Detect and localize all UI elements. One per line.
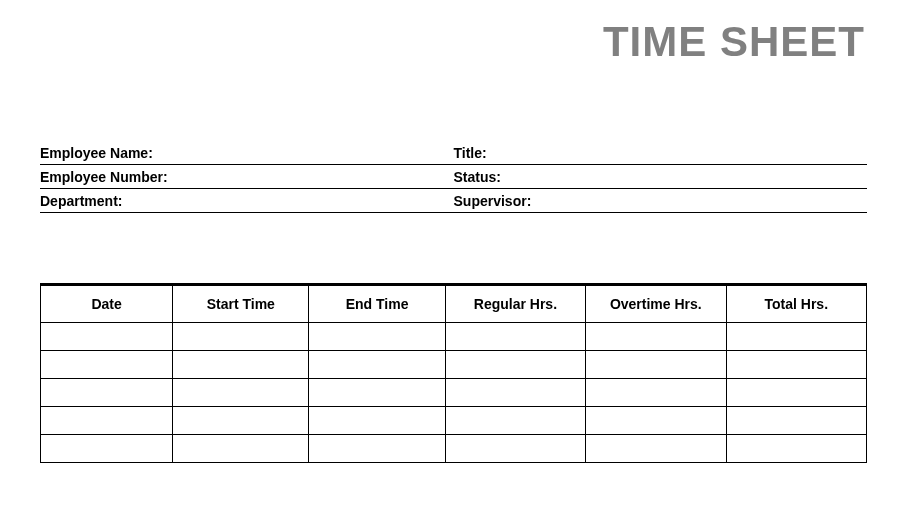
cell-total-hrs <box>726 407 866 435</box>
document-title: TIME SHEET <box>40 18 865 66</box>
cell-total-hrs <box>726 323 866 351</box>
table-row <box>41 323 867 351</box>
cell-end-time <box>309 379 445 407</box>
cell-date <box>41 323 173 351</box>
cell-overtime-hrs <box>586 323 726 351</box>
cell-start-time <box>173 323 309 351</box>
cell-regular-hrs <box>445 435 585 463</box>
table-row <box>41 435 867 463</box>
cell-total-hrs <box>726 351 866 379</box>
cell-start-time <box>173 351 309 379</box>
header-date: Date <box>41 285 173 323</box>
employee-info-section: Employee Name: Title: Employee Number: S… <box>40 141 867 213</box>
info-row: Department: Supervisor: <box>40 189 867 213</box>
status-label: Status: <box>454 169 868 185</box>
cell-date <box>41 435 173 463</box>
cell-overtime-hrs <box>586 351 726 379</box>
table-row <box>41 379 867 407</box>
supervisor-label: Supervisor: <box>454 193 868 209</box>
header-total-hrs: Total Hrs. <box>726 285 866 323</box>
cell-end-time <box>309 407 445 435</box>
employee-name-label: Employee Name: <box>40 145 454 161</box>
header-overtime-hrs: Overtime Hrs. <box>586 285 726 323</box>
department-label: Department: <box>40 193 454 209</box>
cell-date <box>41 407 173 435</box>
cell-end-time <box>309 435 445 463</box>
header-end-time: End Time <box>309 285 445 323</box>
cell-start-time <box>173 379 309 407</box>
cell-end-time <box>309 323 445 351</box>
header-regular-hrs: Regular Hrs. <box>445 285 585 323</box>
title-label: Title: <box>454 145 868 161</box>
cell-regular-hrs <box>445 379 585 407</box>
cell-overtime-hrs <box>586 379 726 407</box>
cell-start-time <box>173 435 309 463</box>
info-row: Employee Number: Status: <box>40 165 867 189</box>
cell-regular-hrs <box>445 351 585 379</box>
info-row: Employee Name: Title: <box>40 141 867 165</box>
cell-total-hrs <box>726 435 866 463</box>
timesheet-table: Date Start Time End Time Regular Hrs. Ov… <box>40 283 867 463</box>
cell-regular-hrs <box>445 323 585 351</box>
cell-date <box>41 379 173 407</box>
table-row <box>41 351 867 379</box>
cell-total-hrs <box>726 379 866 407</box>
cell-start-time <box>173 407 309 435</box>
cell-overtime-hrs <box>586 435 726 463</box>
cell-overtime-hrs <box>586 407 726 435</box>
table-row <box>41 407 867 435</box>
cell-date <box>41 351 173 379</box>
cell-regular-hrs <box>445 407 585 435</box>
table-header-row: Date Start Time End Time Regular Hrs. Ov… <box>41 285 867 323</box>
cell-end-time <box>309 351 445 379</box>
employee-number-label: Employee Number: <box>40 169 454 185</box>
header-start-time: Start Time <box>173 285 309 323</box>
